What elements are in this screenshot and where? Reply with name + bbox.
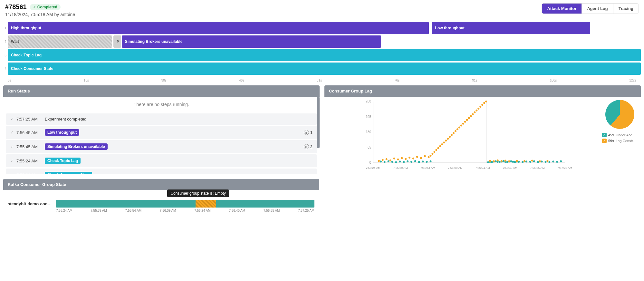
- svg-point-84: [453, 132, 455, 134]
- log-item[interactable]: ✓7:57:25 AMExperiment completed.: [6, 113, 317, 125]
- legend-item[interactable]: ✓45xUnder Accepta…: [602, 133, 638, 137]
- scrollbar[interactable]: [317, 97, 320, 148]
- timeline-bar[interactable]: Low throughput: [432, 22, 590, 34]
- timeline-bar[interactable]: Simulating Brokers unavailable: [122, 35, 381, 48]
- svg-point-68: [416, 156, 418, 158]
- timeline-bar[interactable]: Check Topic Lag: [8, 49, 641, 61]
- svg-point-28: [426, 161, 428, 163]
- svg-point-100: [483, 102, 485, 104]
- timeline-bar[interactable]: Check Consumer State: [8, 63, 641, 75]
- log-target-count: ◎2: [304, 144, 312, 149]
- svg-point-61: [389, 160, 391, 161]
- svg-point-103: [493, 160, 495, 162]
- svg-text:7:56:24 AM: 7:56:24 AM: [475, 166, 490, 170]
- svg-point-70: [424, 155, 426, 157]
- svg-point-85: [455, 130, 457, 132]
- log-target-count: ◎1: [304, 130, 312, 135]
- kafka-axis-tick: 7:56:55 AM: [264, 209, 280, 212]
- run-id: #78561: [5, 3, 27, 11]
- log-tag: Check Topic Lag: [45, 158, 81, 164]
- svg-point-42: [510, 160, 512, 162]
- kafka-axis: 7:55:24 AM7:55:39 AM7:55:54 AM7:56:09 AM…: [8, 209, 314, 212]
- lag-panel-title: Consumer Group Lag: [324, 85, 641, 97]
- header-left: #78561 Completed 11/18/2024, 7:55:18 AM …: [5, 3, 75, 17]
- kafka-state-panel: Kafka Consumer Group State Consumer grou…: [3, 179, 319, 214]
- timeline-bar[interactable]: Wait: [8, 35, 112, 48]
- svg-point-25: [414, 160, 416, 162]
- tab-tracing[interactable]: Tracing: [613, 4, 639, 14]
- svg-point-32: [491, 161, 493, 163]
- log-time: 7:56:45 AM: [16, 130, 42, 135]
- axis-tick: 91s: [472, 79, 477, 82]
- check-icon: ✓: [10, 145, 13, 149]
- svg-text:7:55:39 AM: 7:55:39 AM: [393, 166, 408, 170]
- row-bars: High throughputLow throughput: [8, 22, 641, 34]
- status-badge: Completed: [30, 4, 61, 10]
- log-tag: Simulating Brokers unavailable: [45, 143, 108, 150]
- svg-point-112: [546, 160, 548, 162]
- log-tag: Low throughput: [45, 129, 79, 136]
- row-bars: WaitPSimulating Brokers unavailable: [8, 35, 641, 48]
- run-status-body[interactable]: There are no steps running. ✓7:57:25 AME…: [3, 97, 320, 174]
- svg-point-18: [388, 160, 389, 162]
- log-item[interactable]: ✓7:55:45 AMSimulating Brokers unavailabl…: [6, 140, 317, 153]
- svg-text:7:56:40 AM: 7:56:40 AM: [503, 166, 517, 170]
- timeline-row: 3Check Topic Lag: [3, 49, 641, 61]
- svg-point-92: [468, 117, 470, 119]
- svg-point-93: [470, 115, 472, 117]
- lag-chart-side: ✓45xUnder Accepta…✓59xLag Constraint …: [599, 100, 638, 171]
- kafka-axis-tick: 7:55:54 AM: [125, 209, 142, 212]
- tab-attack-monitor[interactable]: Attack Monitor: [542, 4, 582, 14]
- axis-tick: 0s: [8, 79, 11, 82]
- legend-label: Lag Constraint …: [616, 139, 638, 143]
- kafka-axis-tick: 7:55:24 AM: [56, 209, 72, 212]
- svg-point-97: [477, 108, 479, 110]
- timeline-bar[interactable]: High throughput: [8, 22, 429, 34]
- timeline-bar[interactable]: P: [113, 35, 121, 48]
- svg-point-77: [439, 145, 441, 147]
- svg-point-107: [508, 160, 510, 162]
- log-tag: Check Consumer State: [45, 172, 92, 174]
- run-subtitle: 11/18/2024, 7:55:18 AM by antoine: [5, 12, 75, 17]
- svg-text:130: 130: [366, 130, 371, 134]
- timeline: 1High throughputLow throughput2WaitPSimu…: [3, 22, 641, 75]
- tab-agent-log[interactable]: Agent Log: [582, 4, 613, 14]
- page-header: #78561 Completed 11/18/2024, 7:55:18 AM …: [3, 3, 641, 17]
- svg-point-27: [422, 160, 424, 162]
- svg-point-54: [548, 161, 550, 163]
- svg-point-69: [420, 157, 422, 159]
- kafka-segment[interactable]: [56, 200, 196, 208]
- legend-item[interactable]: ✓59xLag Constraint …: [602, 139, 638, 143]
- check-icon: ✓: [10, 131, 13, 135]
- kafka-segment[interactable]: [216, 200, 314, 208]
- svg-point-94: [472, 113, 474, 115]
- svg-point-75: [435, 149, 437, 151]
- svg-point-98: [479, 106, 481, 108]
- timeline-row: 1High throughputLow throughput: [3, 22, 641, 34]
- kafka-state-bar[interactable]: [56, 200, 314, 208]
- svg-point-49: [529, 161, 531, 163]
- log-text: Experiment completed.: [45, 117, 88, 121]
- legend-count: 45x: [608, 133, 614, 137]
- axis-tick: 76s: [394, 79, 399, 82]
- row-number: 4: [3, 67, 8, 71]
- log-item[interactable]: ✓7:55:24 AMCheck Topic Lag: [6, 154, 317, 167]
- title-row: #78561 Completed: [5, 3, 75, 11]
- svg-point-20: [395, 161, 397, 163]
- svg-point-57: [560, 160, 562, 162]
- svg-point-76: [437, 147, 439, 149]
- log-item[interactable]: ✓7:55:24 AMCheck Consumer State: [6, 169, 317, 174]
- kafka-segment[interactable]: [196, 200, 216, 208]
- svg-text:7:55:24 AM: 7:55:24 AM: [366, 166, 380, 170]
- svg-text:7:57:25 AM: 7:57:25 AM: [557, 166, 572, 170]
- log-time: 7:57:25 AM: [16, 117, 42, 121]
- svg-point-30: [487, 161, 489, 163]
- svg-point-80: [445, 140, 447, 141]
- target-icon: ◎: [304, 130, 309, 135]
- log-item[interactable]: ✓7:56:45 AMLow throughput◎1: [6, 126, 317, 139]
- svg-point-48: [525, 160, 527, 162]
- kafka-axis-tick: 7:56:24 AM: [194, 209, 211, 212]
- svg-point-105: [501, 160, 503, 162]
- lag-panel: Consumer Group Lag 0651301952607:55:24 A…: [324, 85, 641, 174]
- svg-point-90: [464, 121, 466, 123]
